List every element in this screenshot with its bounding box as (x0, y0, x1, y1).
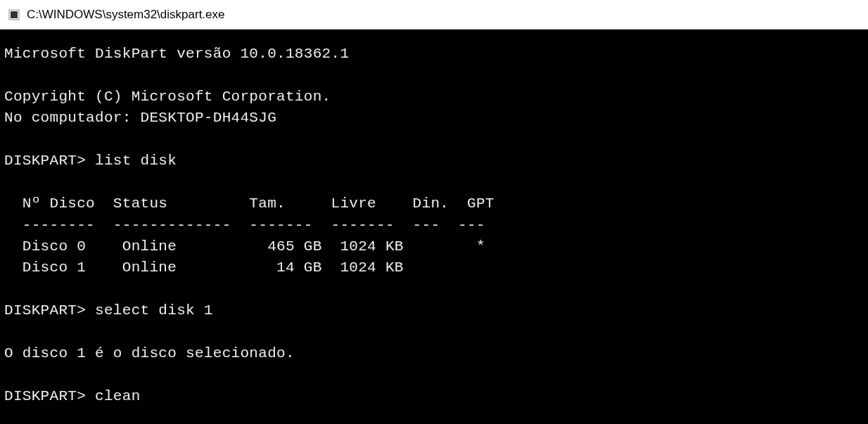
terminal-output[interactable]: Microsoft DiskPart versão 10.0.18362.1 C… (0, 30, 868, 424)
copyright-line: Copyright (C) Microsoft Corporation. (4, 89, 331, 105)
table-separator: -------- ------------- ------- ------- -… (4, 217, 485, 233)
command-list-disk: list disk (95, 153, 177, 169)
svg-rect-1 (11, 11, 18, 18)
prompt: DISKPART> (4, 388, 86, 404)
titlebar[interactable]: C:\WINDOWS\system32\diskpart.exe (0, 0, 868, 30)
table-header: Nº Disco Status Tam. Livre Din. GPT (4, 195, 494, 212)
prompt: DISKPART> (4, 302, 86, 319)
console-window: C:\WINDOWS\system32\diskpart.exe Microso… (0, 0, 868, 424)
version-line: Microsoft DiskPart versão 10.0.18362.1 (4, 46, 349, 62)
command-clean: clean (95, 388, 141, 404)
command-select-disk: select disk 1 (95, 302, 213, 319)
computer-line: No computador: DESKTOP-DH44SJG (4, 110, 276, 126)
prompt: DISKPART> (4, 153, 86, 169)
select-response: O disco 1 é o disco selecionado. (4, 345, 295, 361)
titlebar-text: C:\WINDOWS\system32\diskpart.exe (27, 8, 225, 22)
table-row: Disco 1 Online 14 GB 1024 KB (4, 259, 404, 276)
table-row: Disco 0 Online 465 GB 1024 KB * (4, 238, 485, 255)
app-icon (8, 9, 20, 20)
